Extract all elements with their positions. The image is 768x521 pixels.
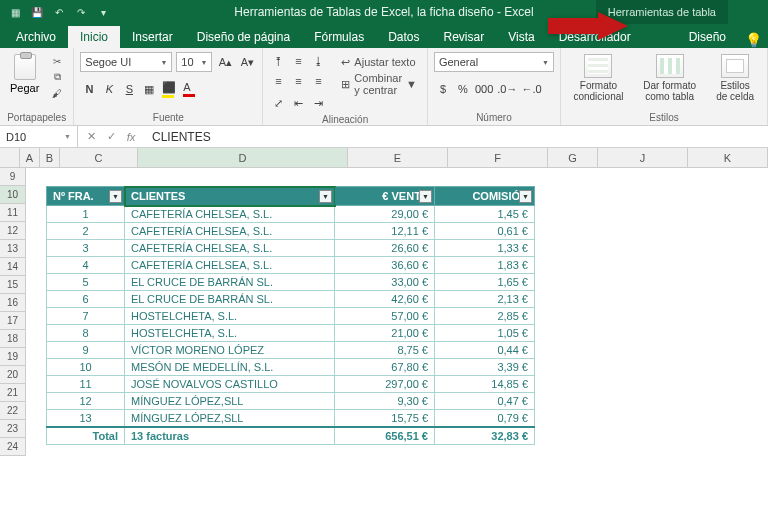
cell-cliente[interactable]: JOSÉ NOVALVOS CASTILLO (125, 376, 335, 393)
align-center-icon[interactable]: ≡ (289, 72, 307, 90)
col-header-B[interactable]: B (40, 148, 60, 167)
align-middle-icon[interactable]: ≡ (289, 52, 307, 70)
cell-comision[interactable]: 2,85 € (435, 308, 535, 325)
row-header-20[interactable]: 20 (0, 366, 25, 384)
accounting-format-icon[interactable]: $ (434, 80, 452, 98)
cell-venta[interactable]: 57,00 € (335, 308, 435, 325)
cell-comision[interactable]: 3,39 € (435, 359, 535, 376)
col-header-A[interactable]: A (20, 148, 40, 167)
save-icon[interactable]: 💾 (30, 5, 44, 19)
cell-nfra[interactable]: 7 (47, 308, 125, 325)
formula-input[interactable]: CLIENTES (144, 130, 768, 144)
col-header-K[interactable]: K (688, 148, 768, 167)
row-header-21[interactable]: 21 (0, 384, 25, 402)
cell-styles-button[interactable]: Estilos de celda (709, 52, 761, 104)
cell-cliente[interactable]: EL CRUCE DE BARRÁN SL. (125, 291, 335, 308)
cell-cliente[interactable]: EL CRUCE DE BARRÁN SL. (125, 274, 335, 291)
cell-venta[interactable]: 21,00 € (335, 325, 435, 342)
row-header-11[interactable]: 11 (0, 204, 25, 222)
tab-inicio[interactable]: Inicio (68, 26, 120, 48)
cell-venta[interactable]: 8,75 € (335, 342, 435, 359)
align-right-icon[interactable]: ≡ (309, 72, 327, 90)
row-header-18[interactable]: 18 (0, 330, 25, 348)
increase-indent-icon[interactable]: ⇥ (309, 94, 327, 112)
paste-button[interactable]: Pegar (6, 52, 43, 96)
cell-venta[interactable]: 297,00 € (335, 376, 435, 393)
align-bottom-icon[interactable]: ⭳ (309, 52, 327, 70)
row-header-10[interactable]: 10 (0, 186, 25, 204)
cell-venta[interactable]: 29,00 € (335, 206, 435, 223)
cell-nfra[interactable]: 3 (47, 240, 125, 257)
cell-comision[interactable]: 0,79 € (435, 410, 535, 428)
row-header-22[interactable]: 22 (0, 402, 25, 420)
align-left-icon[interactable]: ≡ (269, 72, 287, 90)
tab-diseno-pagina[interactable]: Diseño de página (185, 26, 302, 48)
cell-cliente[interactable]: CAFETERÍA CHELSEA, S.L. (125, 206, 335, 223)
merge-center-button[interactable]: ⊞Combinar y centrar▼ (337, 74, 421, 94)
filter-button[interactable]: ▼ (419, 190, 432, 203)
cell-nfra[interactable]: 2 (47, 223, 125, 240)
cell-comision[interactable]: 14,85 € (435, 376, 535, 393)
cell-cliente[interactable]: MÍNGUEZ LÓPEZ,SLL (125, 410, 335, 428)
undo-icon[interactable]: ↶ (52, 5, 66, 19)
cell-comision[interactable]: 0,44 € (435, 342, 535, 359)
cell-comision[interactable]: 0,47 € (435, 393, 535, 410)
name-box[interactable]: D10▼ (0, 126, 78, 147)
cell-comision[interactable]: 1,33 € (435, 240, 535, 257)
italic-button[interactable]: K (100, 80, 118, 98)
bold-button[interactable]: N (80, 80, 98, 98)
cut-icon[interactable]: ✂ (49, 54, 65, 68)
orientation-icon[interactable]: ⤢ (269, 94, 287, 112)
fill-color-button[interactable]: ⬛ (160, 80, 178, 98)
font-color-button[interactable]: A (180, 80, 198, 98)
shrink-font-icon[interactable]: A▾ (238, 53, 256, 71)
col-header-J[interactable]: J (598, 148, 688, 167)
cell-nfra[interactable]: 4 (47, 257, 125, 274)
qat-custom-icon[interactable]: ▾ (96, 5, 110, 19)
borders-button[interactable]: ▦ (140, 80, 158, 98)
cell-nfra[interactable]: 13 (47, 410, 125, 428)
cell-comision[interactable]: 0,61 € (435, 223, 535, 240)
tab-revisar[interactable]: Revisar (432, 26, 497, 48)
col-header-F[interactable]: F (448, 148, 548, 167)
comma-format-icon[interactable]: 000 (474, 80, 494, 98)
cell-comision[interactable]: 1,83 € (435, 257, 535, 274)
cell-nfra[interactable]: 5 (47, 274, 125, 291)
cell-nfra[interactable]: 12 (47, 393, 125, 410)
filter-button[interactable]: ▼ (319, 190, 332, 203)
enter-icon[interactable]: ✓ (102, 128, 120, 146)
col-header-C[interactable]: C (60, 148, 138, 167)
row-header-16[interactable]: 16 (0, 294, 25, 312)
copy-icon[interactable]: ⧉ (49, 70, 65, 84)
tab-insertar[interactable]: Insertar (120, 26, 185, 48)
row-header-24[interactable]: 24 (0, 438, 25, 456)
filter-button[interactable]: ▼ (519, 190, 532, 203)
cell-nfra[interactable]: 11 (47, 376, 125, 393)
select-all-corner[interactable] (0, 148, 20, 167)
conditional-format-button[interactable]: Formato condicional (567, 52, 630, 104)
grid-area[interactable]: Nº FRA.▼ CLIENTES▼ € VENTA▼ COMISIÓN▼ 1C… (26, 168, 768, 456)
tab-archivo[interactable]: Archivo (4, 26, 68, 48)
grow-font-icon[interactable]: A▴ (216, 53, 234, 71)
filter-button[interactable]: ▼ (109, 190, 122, 203)
row-header-15[interactable]: 15 (0, 276, 25, 294)
tab-formulas[interactable]: Fórmulas (302, 26, 376, 48)
cell-cliente[interactable]: VÍCTOR MORENO LÓPEZ (125, 342, 335, 359)
cell-cliente[interactable]: CAFETERÍA CHELSEA, S.L. (125, 223, 335, 240)
cell-cliente[interactable]: MESÓN DE MEDELLÍN, S.L. (125, 359, 335, 376)
wrap-text-button[interactable]: ↩Ajustar texto (337, 52, 421, 72)
decrease-indent-icon[interactable]: ⇤ (289, 94, 307, 112)
decrease-decimal-icon[interactable]: ←.0 (520, 80, 542, 98)
cell-venta[interactable]: 36,60 € (335, 257, 435, 274)
cell-nfra[interactable]: 10 (47, 359, 125, 376)
number-format-combo[interactable]: General▼ (434, 52, 554, 72)
cell-venta[interactable]: 33,00 € (335, 274, 435, 291)
cell-nfra[interactable]: 1 (47, 206, 125, 223)
redo-icon[interactable]: ↷ (74, 5, 88, 19)
cell-comision[interactable]: 1,05 € (435, 325, 535, 342)
tab-diseno[interactable]: Diseño (677, 26, 738, 48)
cell-nfra[interactable]: 9 (47, 342, 125, 359)
cell-cliente[interactable]: CAFETERÍA CHELSEA, S.L. (125, 240, 335, 257)
increase-decimal-icon[interactable]: .0→ (496, 80, 518, 98)
row-header-17[interactable]: 17 (0, 312, 25, 330)
